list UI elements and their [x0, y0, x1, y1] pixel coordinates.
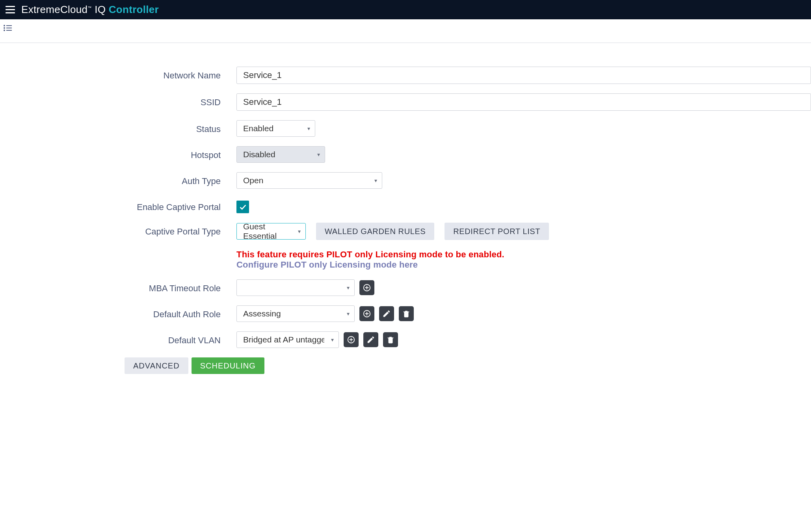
brand-title: ExtremeCloud™ IQ Controller	[21, 4, 159, 16]
mba-timeout-role-select[interactable]	[236, 279, 355, 296]
pilot-license-warning: This feature requires PILOT only Licensi…	[236, 249, 504, 260]
hotspot-select[interactable]: Disabled	[236, 146, 325, 163]
default-vlan-label: Default VLAN	[0, 331, 236, 346]
list-view-icon[interactable]	[3, 23, 13, 33]
svg-point-0	[4, 25, 5, 26]
default-auth-role-add-button[interactable]	[359, 306, 374, 321]
scheduling-button[interactable]: SCHEDULING	[192, 357, 264, 374]
network-form: Network Name SSID Status Enabled Hotspot…	[0, 43, 811, 390]
app-header: ExtremeCloud™ IQ Controller	[0, 0, 811, 19]
status-label: Status	[0, 120, 236, 134]
default-vlan-edit-button[interactable]	[363, 332, 378, 347]
default-auth-role-select[interactable]: Assessing	[236, 305, 355, 322]
enable-captive-portal-checkbox[interactable]	[236, 201, 249, 213]
captive-portal-type-label: Captive Portal Type	[0, 223, 236, 237]
mba-timeout-role-add-button[interactable]	[359, 280, 374, 295]
redirect-port-list-button[interactable]: Redirect Port List	[445, 223, 549, 240]
default-auth-role-label: Default Auth Role	[0, 305, 236, 320]
ssid-label: SSID	[0, 93, 236, 108]
default-vlan-delete-button[interactable]	[383, 332, 398, 347]
sub-toolbar	[0, 19, 811, 43]
menu-icon[interactable]	[3, 3, 17, 17]
ssid-input[interactable]	[236, 93, 811, 111]
walled-garden-rules-button[interactable]: Walled Garden Rules	[316, 223, 434, 240]
default-auth-role-delete-button[interactable]	[399, 306, 414, 321]
advanced-button[interactable]: ADVANCED	[125, 357, 188, 374]
status-select[interactable]: Enabled	[236, 120, 315, 137]
svg-point-1	[4, 28, 5, 28]
configure-pilot-link[interactable]: Configure PILOT only Licensing mode here	[236, 260, 504, 270]
enable-captive-portal-label: Enable Captive Portal	[0, 198, 236, 212]
mba-timeout-role-label: MBA Timeout Role	[0, 279, 236, 294]
default-auth-role-edit-button[interactable]	[379, 306, 394, 321]
network-name-input[interactable]	[236, 67, 811, 84]
network-name-label: Network Name	[0, 67, 236, 81]
auth-type-label: Auth Type	[0, 172, 236, 186]
auth-type-select[interactable]: Open	[236, 172, 382, 189]
default-vlan-add-button[interactable]	[344, 332, 359, 347]
captive-portal-type-select[interactable]: Guest Essential	[236, 223, 306, 240]
svg-point-2	[4, 30, 5, 31]
default-vlan-select[interactable]: Bridged at AP untagged (	[236, 331, 339, 348]
hotspot-label: Hotspot	[0, 146, 236, 160]
